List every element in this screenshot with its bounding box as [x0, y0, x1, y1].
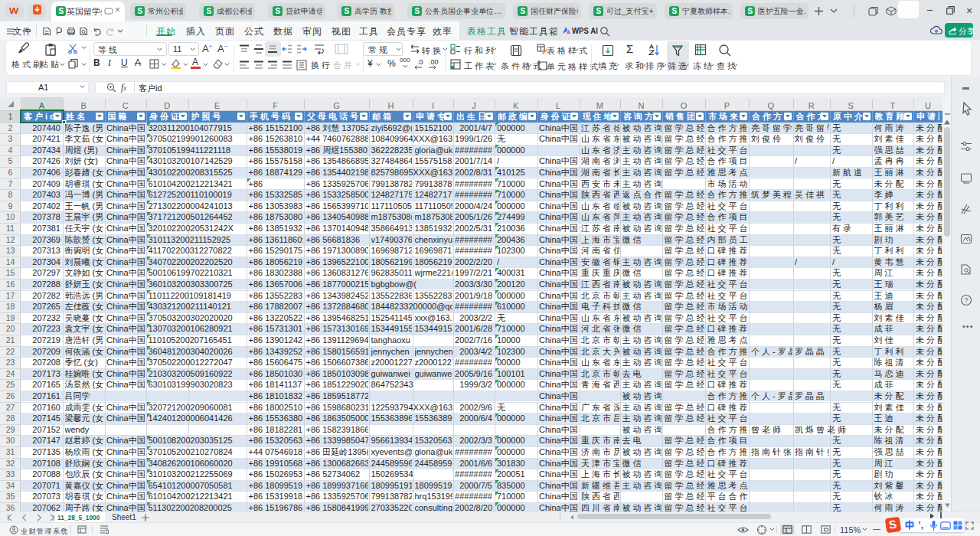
svg-text:?: ? [965, 296, 969, 304]
